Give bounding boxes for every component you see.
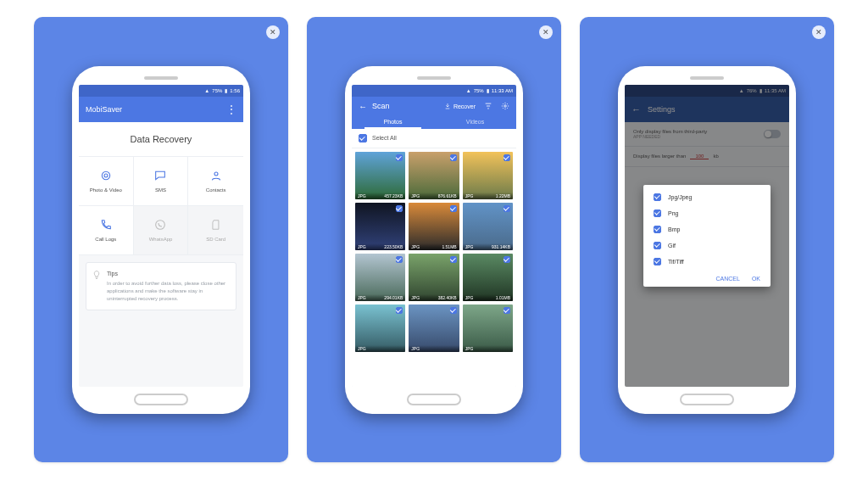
checkbox-icon[interactable] [450,256,457,263]
svg-point-4 [504,105,507,108]
call-logs-icon [99,218,113,232]
select-all-row[interactable]: Select All [352,129,516,148]
checkbox-icon[interactable] [504,256,510,263]
phone-frame: ▲ 76% ▮ 11:35 AM ← Settings Only display… [618,66,796,414]
cell-sms[interactable]: SMS [134,157,189,206]
photo-thumb[interactable]: JPG382.40KB [409,254,459,301]
checkbox-icon[interactable] [654,209,661,217]
cell-sd-card[interactable]: SD Card [188,206,243,255]
photo-thumb[interactable]: JPG [463,304,513,352]
photo-thumb[interactable]: JPG876.61KB [409,152,459,199]
close-icon[interactable]: ✕ [812,25,826,39]
home-button[interactable] [134,394,188,405]
phone-screen-1: ▲ 75% ▮ 1:56 MobiSaver ⋮ Data Recovery P… [79,85,243,387]
cell-contacts[interactable]: Contacts [188,157,243,206]
checkbox-icon[interactable] [359,134,367,142]
checkbox-icon[interactable] [504,154,510,161]
photo-thumb[interactable]: JPG1.22MB [463,152,513,199]
photo-thumb[interactable]: JPG223.50KB [355,203,405,250]
cell-label: Photo & Video [90,187,122,193]
dialog-option[interactable]: Jpg/Jpeg [654,193,760,201]
home-button[interactable] [680,394,734,405]
photo-video-icon [99,169,113,182]
filter-icon[interactable] [484,102,492,110]
thumb-size: 931.14KB [492,244,510,249]
dialog-option[interactable]: Bmp [654,226,760,233]
photo-thumb[interactable]: JPG457.23KB [355,152,405,199]
photo-thumb[interactable]: JPG931.14KB [463,203,513,250]
dialog-option[interactable]: Png [654,209,760,217]
photo-thumb[interactable]: JPG1.01MB [463,254,513,301]
checkbox-icon[interactable] [654,193,661,201]
battery-percent: 75% [474,88,484,93]
status-bar: ▲ 75% ▮ 11:33 AM [352,85,516,97]
svg-point-0 [102,171,109,179]
checkbox-icon[interactable] [396,307,403,314]
close-icon[interactable]: ✕ [539,25,553,39]
checkbox-icon[interactable] [396,205,403,212]
tab-photos[interactable]: Photos [352,115,434,129]
photo-thumb[interactable]: JPG1.51MB [409,203,459,250]
photo-grid[interactable]: JPG457.23KB JPG876.61KB JPG1.22MB JPG223… [352,148,516,387]
checkbox-icon[interactable] [450,154,457,161]
checkbox-icon[interactable] [654,226,661,233]
recover-button[interactable]: Recover [444,103,476,109]
tips-label: Tips [107,270,229,279]
thumb-format: JPG [411,295,420,300]
thumb-format: JPG [358,346,366,351]
checkbox-icon[interactable] [654,258,661,265]
wifi-icon: ▲ [466,88,471,93]
modal-overlay: Jpg/Jpeg Png Bmp Gif Tif/Tiff CANCEL OK [625,85,789,387]
checkbox-icon[interactable] [504,307,510,314]
close-icon[interactable]: ✕ [266,25,280,39]
wifi-icon: ▲ [204,88,209,93]
thumb-size: 294.01KB [384,295,403,300]
format-dialog: Jpg/Jpeg Png Bmp Gif Tif/Tiff CANCEL OK [643,185,771,287]
checkbox-icon[interactable] [504,205,510,212]
thumb-format: JPG [358,244,366,249]
cancel-button[interactable]: CANCEL [715,276,739,282]
phone-speaker [690,76,724,80]
cell-label: SD Card [206,237,225,242]
contacts-icon [209,169,223,182]
home-button[interactable] [407,394,461,405]
cell-label: Call Logs [95,237,116,242]
checkbox-icon[interactable] [654,242,661,249]
download-icon [444,103,451,109]
sms-icon [153,169,167,182]
dialog-option[interactable]: Tif/Tiff [654,258,760,265]
cell-photo-video[interactable]: Photo & Video [79,157,134,206]
photo-thumb[interactable]: JPG294.01KB [355,254,405,301]
promo-panel-1: ✕ ▲ 75% ▮ 1:56 MobiSaver ⋮ Data Recovery… [34,17,288,462]
svg-point-1 [104,174,108,177]
gear-icon[interactable] [501,102,509,110]
phone-screen-2: ▲ 75% ▮ 11:33 AM ← Scan Recover [352,85,516,387]
option-label: Jpg/Jpeg [668,194,692,200]
option-label: Bmp [668,226,680,232]
app-bar: ← Scan Recover [352,97,516,115]
thumb-format: JPG [358,295,366,300]
app-title: MobiSaver [86,105,220,114]
photo-thumb[interactable]: JPG [355,304,405,352]
cell-whatsapp[interactable]: WhatsApp [134,206,189,255]
checkbox-icon[interactable] [396,154,403,161]
thumb-size: 1.22MB [496,193,510,198]
option-label: Gif [668,243,676,249]
checkbox-icon[interactable] [450,307,457,314]
photo-thumb[interactable]: JPG [409,304,459,352]
status-time: 11:33 AM [492,88,513,93]
checkbox-icon[interactable] [450,205,457,212]
thumb-format: JPG [411,193,420,198]
cell-call-logs[interactable]: Call Logs [79,206,134,255]
sd-card-icon [209,218,223,232]
ok-button[interactable]: OK [752,276,760,282]
checkbox-icon[interactable] [396,256,403,263]
media-tabs: Photos Videos [352,115,516,129]
phone-frame: ▲ 75% ▮ 11:33 AM ← Scan Recover [345,66,523,414]
app-bar: MobiSaver ⋮ [79,97,243,122]
dialog-option[interactable]: Gif [654,242,760,249]
thumb-format: JPG [465,346,474,351]
back-icon[interactable]: ← [359,102,367,111]
tab-videos[interactable]: Videos [434,115,516,129]
thumb-format: JPG [465,193,474,198]
